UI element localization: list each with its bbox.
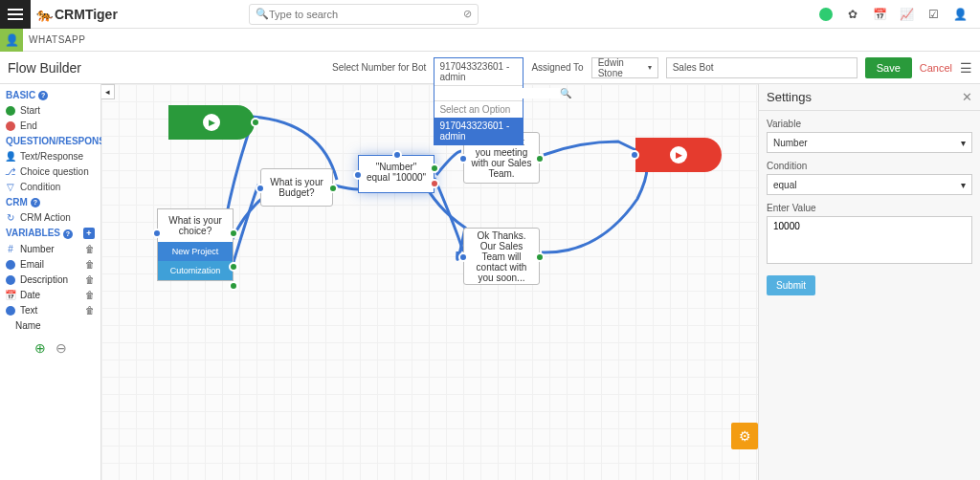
submit-button[interactable]: Submit bbox=[767, 275, 815, 295]
node-start[interactable]: ▶ bbox=[168, 105, 255, 140]
module-icon: 👤 bbox=[0, 29, 23, 52]
calendar-icon: 📅 bbox=[6, 291, 15, 300]
whatsapp-icon[interactable] bbox=[819, 8, 833, 21]
variable-description[interactable]: Description🗑 bbox=[6, 274, 95, 285]
condition-label: Condition bbox=[767, 161, 972, 171]
section-qr[interactable]: QUESTION/RESPONSE ? bbox=[6, 136, 95, 146]
trash-icon[interactable]: 🗑 bbox=[85, 305, 95, 316]
node-end[interactable]: ▶ bbox=[635, 138, 722, 172]
condition-select[interactable]: equal▾ bbox=[767, 174, 972, 195]
gear-icon[interactable]: ✿ bbox=[846, 8, 859, 21]
cancel-button[interactable]: Cancel bbox=[920, 62, 952, 74]
user-icon[interactable]: 👤 bbox=[953, 8, 967, 21]
filter-icon: ▽ bbox=[6, 183, 15, 192]
number-icon: # bbox=[6, 245, 15, 254]
port[interactable] bbox=[256, 184, 265, 193]
zoom-in-icon[interactable]: ⊕ bbox=[34, 340, 46, 356]
bot-select-dropdown[interactable]: 917043323601 - admin 🔍 Select an Option … bbox=[434, 57, 523, 145]
port[interactable] bbox=[535, 154, 545, 164]
choice-option-1[interactable]: New Project bbox=[158, 242, 233, 261]
module-bar: 👤 WHATSAPP bbox=[0, 29, 980, 52]
enter-value-label: Enter Value bbox=[767, 203, 972, 213]
enter-value-input[interactable] bbox=[767, 216, 972, 264]
node-label: What is your Budget? bbox=[267, 177, 326, 198]
clear-icon[interactable]: ⊘ bbox=[463, 8, 472, 20]
help-icon[interactable]: ? bbox=[31, 198, 40, 207]
flow-name-input[interactable]: Sales Bot bbox=[666, 57, 858, 78]
variable-email[interactable]: Email🗑 bbox=[6, 259, 95, 270]
page-header: Flow Builder Select Number for Bot 91704… bbox=[0, 52, 980, 84]
port[interactable] bbox=[229, 229, 238, 238]
trash-icon[interactable]: 🗑 bbox=[85, 290, 95, 300]
dropdown-search-input[interactable] bbox=[438, 88, 560, 98]
pin-icon bbox=[6, 275, 15, 285]
check-icon[interactable]: ☑ bbox=[926, 8, 940, 21]
node-choice[interactable]: What is your choice? New Project Cutomiz… bbox=[157, 208, 234, 281]
port[interactable] bbox=[458, 154, 468, 164]
port[interactable] bbox=[535, 252, 545, 262]
settings-fab[interactable]: ⚙ bbox=[731, 423, 758, 449]
variable-select[interactable]: Number▾ bbox=[767, 132, 972, 153]
top-bar: 🐅 CRMTiger 🔍 ⊘ ✿ 📅 📈 ☑ 👤 bbox=[0, 0, 980, 29]
variable-text[interactable]: Text🗑 bbox=[6, 305, 95, 316]
node-budget[interactable]: What is your Budget? bbox=[260, 168, 333, 207]
port[interactable] bbox=[251, 118, 260, 127]
pin-icon bbox=[6, 306, 15, 316]
port[interactable] bbox=[229, 262, 238, 272]
chevron-down-icon: ▾ bbox=[961, 180, 966, 190]
sidebar-item-crmaction[interactable]: ↻CRM Action bbox=[6, 212, 95, 223]
node-label: Ok Thanks. Our Sales Team will contact w… bbox=[470, 230, 533, 283]
branch-icon: ⎇ bbox=[6, 167, 15, 177]
variable-date[interactable]: 📅Date🗑 bbox=[6, 290, 95, 300]
sidebar-item-choice[interactable]: ⎇Choice question bbox=[6, 166, 95, 177]
node-label: "Number" equal "10000" bbox=[367, 162, 426, 183]
page-title: Flow Builder bbox=[8, 60, 81, 76]
add-variable-button[interactable]: + bbox=[83, 228, 95, 239]
port[interactable] bbox=[328, 184, 338, 193]
port[interactable] bbox=[630, 150, 639, 160]
play-icon: ▶ bbox=[670, 146, 687, 164]
node-condition[interactable]: "Number" equal "10000" bbox=[358, 155, 434, 193]
help-icon[interactable]: ? bbox=[63, 229, 73, 239]
search-input[interactable] bbox=[269, 9, 463, 20]
port[interactable] bbox=[152, 229, 162, 238]
trash-icon[interactable]: 🗑 bbox=[85, 259, 95, 270]
save-button[interactable]: Save bbox=[865, 57, 912, 78]
collapse-sidebar-button[interactable]: ◂ bbox=[101, 84, 115, 99]
help-icon[interactable]: ? bbox=[38, 91, 48, 100]
section-crm[interactable]: CRM ? bbox=[6, 197, 95, 207]
dropdown-option[interactable]: 917043323601 - admin bbox=[434, 118, 523, 144]
global-search[interactable]: 🔍 ⊘ bbox=[249, 4, 479, 25]
choice-option-2[interactable]: Cutomization bbox=[158, 261, 233, 280]
assigned-select[interactable]: Edwin Stone▾ bbox=[591, 57, 658, 78]
trash-icon[interactable]: 🗑 bbox=[85, 274, 95, 285]
port[interactable] bbox=[458, 252, 468, 262]
bot-select-label: Select Number for Bot bbox=[332, 62, 426, 73]
more-menu-icon[interactable]: ☰ bbox=[960, 60, 972, 76]
chevron-down-icon: ▾ bbox=[648, 63, 652, 72]
sidebar-item-start[interactable]: Start bbox=[6, 105, 95, 116]
play-icon: ▶ bbox=[203, 114, 220, 131]
section-basic[interactable]: BASIC ? bbox=[6, 90, 95, 100]
port[interactable] bbox=[229, 281, 238, 291]
variable-number[interactable]: #Number🗑 bbox=[6, 244, 95, 254]
zoom-out-icon[interactable]: ⊖ bbox=[56, 340, 67, 356]
chart-icon[interactable]: 📈 bbox=[900, 8, 913, 21]
port[interactable] bbox=[353, 170, 363, 180]
port[interactable] bbox=[430, 179, 439, 188]
menu-button[interactable] bbox=[0, 0, 31, 29]
sidebar-item-condition[interactable]: ▽Condition bbox=[6, 182, 95, 192]
search-icon: 🔍 bbox=[560, 88, 571, 98]
calendar-icon[interactable]: 📅 bbox=[873, 8, 886, 21]
sidebar-item-end[interactable]: End bbox=[6, 120, 95, 131]
node-contact[interactable]: Ok Thanks. Our Sales Team will contact w… bbox=[463, 228, 540, 285]
port[interactable] bbox=[430, 164, 439, 173]
close-icon[interactable]: ✕ bbox=[962, 90, 972, 104]
flow-canvas[interactable]: ▶ What is your choice? New Project Cutom… bbox=[101, 84, 758, 480]
trash-icon[interactable]: 🗑 bbox=[85, 244, 95, 254]
node-label: What is your choice? bbox=[158, 209, 233, 242]
sidebar-item-text[interactable]: 👤Text/Response bbox=[6, 151, 95, 162]
variable-name[interactable]: Name bbox=[6, 320, 95, 331]
section-variables[interactable]: VARIABLES ? + bbox=[6, 228, 95, 239]
port[interactable] bbox=[392, 150, 402, 160]
